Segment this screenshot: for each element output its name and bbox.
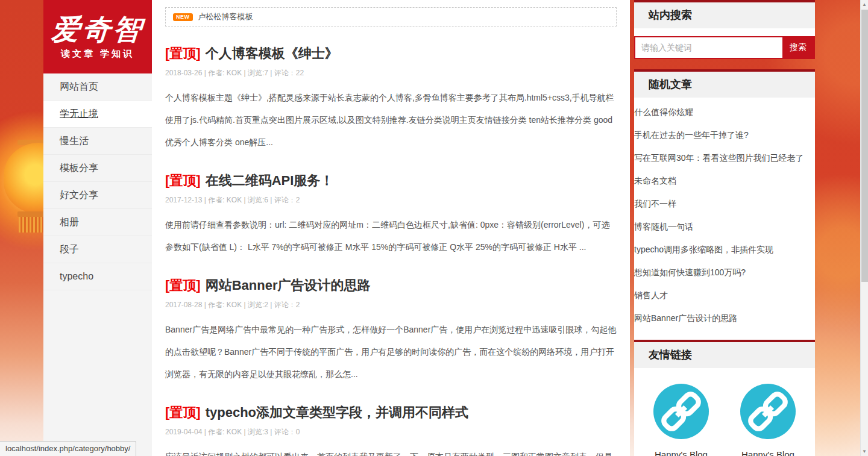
article-title[interactable]: [置顶]个人博客模板《绅士》 [165,45,617,63]
random-article-link[interactable]: 销售人才 [634,284,815,307]
left-sidebar: 爱奇智 读文章 学知识 网站首页 学无止境 慢生活 模板分享 好文分享 相册 段… [43,0,152,456]
article-title[interactable]: [置顶]网站Banner广告设计的思路 [165,276,617,295]
random-article-link[interactable]: 写在互联网30年：看看这些图片我们已经老了 [634,147,815,170]
article-excerpt: 个人博客模板主题《绅士》,搭配灵感来源于站长袁志蒙的个人博客,多骨鱼博客主要参考… [165,87,617,154]
nav-item-album[interactable]: 相册 [43,209,152,236]
random-article-link[interactable]: 手机在过去的一些年干掉了谁? [634,124,815,147]
nav-item-articles[interactable]: 好文分享 [43,182,152,209]
main-nav: 网站首页 学无止境 慢生活 模板分享 好文分享 相册 段子 typecho [43,73,152,456]
friend-link-label: Hanny's Blog [653,449,709,456]
status-url-tooltip: localhost/index.php/category/hobby/ [0,441,136,456]
sticky-tag: [置顶] [165,173,201,188]
article-meta: 2017-08-28 | 作者: KOK | 浏览:2 | 评论：2 [165,300,617,310]
links-widget-title: 友情链接 [634,342,815,368]
random-article-link[interactable]: 博客随机一句话 [634,216,815,239]
article-title[interactable]: [置顶]在线二维码API服务！ [165,172,617,190]
article-excerpt: 应该最近访问规则之树的都可以看出来，首页的列表我又更新了一下，原本只有两种类型，… [165,446,617,456]
nav-item-jokes[interactable]: 段子 [43,236,152,263]
sticky-tag: [置顶] [165,405,201,420]
article-meta: 2019-04-04 | 作者: KOK | 浏览:3 | 评论：0 [165,427,617,437]
article-item: [置顶]个人博客模板《绅士》 2018-03-26 | 作者: KOK | 浏览… [165,45,617,154]
notice-bar[interactable]: NEW 卢松松博客模板 [165,7,617,27]
nav-item-slowlife[interactable]: 慢生活 [43,128,152,155]
random-articles-widget: 随机文章 什么值得你炫耀 手机在过去的一些年干掉了谁? 写在互联网30年：看看这… [634,69,815,340]
random-article-link[interactable]: typecho调用多张缩略图，非插件实现 [634,239,815,261]
friend-links-widget: 友情链接 Hanny's Blog [634,340,815,456]
search-button[interactable]: 搜索 [782,37,814,58]
right-sidebar: 站内搜索 搜索 随机文章 什么值得你炫耀 手机在过去的一些年干掉了谁? 写在互联… [634,0,815,456]
article-excerpt: Banner广告是网络广告中最常见的一种广告形式，怎样做好一个Banner广告，… [165,319,617,386]
site-logo[interactable]: 爱奇智 读文章 学知识 [43,0,152,73]
friend-link-label: Hanny's Blog [740,449,796,456]
scrollbar-down-arrow-icon[interactable]: ▼ [861,449,868,454]
article-meta: 2018-03-26 | 作者: KOK | 浏览:7 | 评论：22 [165,68,617,78]
friend-link[interactable]: Hanny's Blog [740,384,796,456]
chain-link-icon [740,431,796,441]
search-widget-title: 站内搜索 [634,2,815,28]
article-title-text: 个人博客模板《绅士》 [206,46,338,61]
article-title[interactable]: [置顶]typecho添加文章类型字段，并调用不同样式 [165,404,617,422]
article-title-text: 网站Banner广告设计的思路 [206,278,371,293]
random-article-list: 什么值得你炫耀 手机在过去的一些年干掉了谁? 写在互联网30年：看看这些图片我们… [634,98,815,340]
article-list: NEW 卢松松博客模板 [置顶]个人博客模板《绅士》 2018-03-26 | … [152,0,630,456]
notice-text: 卢松松博客模板 [198,11,253,22]
random-article-link[interactable]: 网站Banner广告设计的思路 [634,307,815,330]
random-article-link[interactable]: 未命名文档 [634,170,815,193]
article-item: [置顶]typecho添加文章类型字段，并调用不同样式 2019-04-04 |… [165,404,617,456]
sticky-tag: [置顶] [165,46,201,61]
new-badge: NEW [173,13,193,21]
chain-link-icon [653,431,709,441]
nav-item-home[interactable]: 网站首页 [43,73,152,101]
article-item: [置顶]在线二维码API服务！ 2017-12-13 | 作者: KOK | 浏… [165,172,617,258]
random-article-link[interactable]: 想知道如何快速赚到100万吗? [634,261,815,284]
article-excerpt: 使用前请仔细查看参数说明：url: 二维码对应的网址m：二维码白色边框尺寸,缺省… [165,214,617,258]
random-widget-title: 随机文章 [634,72,815,98]
site-title: 爱奇智 [42,14,153,45]
site-tagline: 读文章 学知识 [43,48,152,60]
search-input[interactable] [635,37,782,58]
friend-link[interactable]: Hanny's Blog [653,384,709,456]
scrollbar-up-arrow-icon[interactable]: ▲ [861,2,868,7]
article-meta: 2017-12-13 | 作者: KOK | 浏览:6 | 评论：2 [165,195,617,205]
nav-item-templates[interactable]: 模板分享 [43,155,152,182]
nav-item-study[interactable]: 学无止境 [43,101,152,128]
sticky-tag: [置顶] [165,278,201,293]
scrollbar-thumb[interactable] [861,10,868,282]
article-item: [置顶]网站Banner广告设计的思路 2017-08-28 | 作者: KOK… [165,276,617,386]
browser-scrollbar[interactable]: ▲ ▼ [860,0,868,456]
search-form: 搜索 [634,36,815,59]
friend-links: Hanny's Blog Hanny's Blog [634,368,815,456]
nav-item-typecho[interactable]: typecho [43,263,152,290]
article-title-text: typecho添加文章类型字段，并调用不同样式 [206,405,468,420]
search-widget: 站内搜索 搜索 [634,0,815,59]
random-article-link[interactable]: 我们不一样 [634,193,815,216]
random-article-link[interactable]: 什么值得你炫耀 [634,101,815,124]
article-title-text: 在线二维码API服务！ [206,173,334,188]
